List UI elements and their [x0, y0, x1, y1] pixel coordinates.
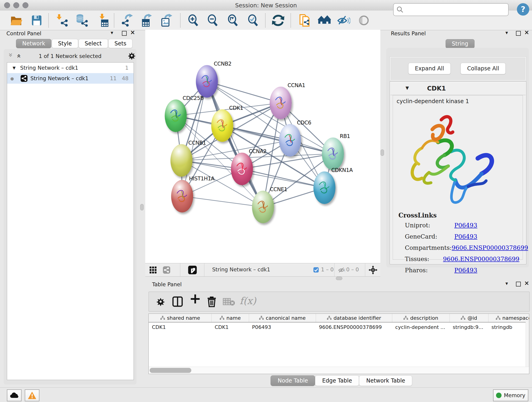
- column-header-database-identifier[interactable]: database identifier: [316, 314, 392, 322]
- gene-header-row[interactable]: ▼ CDK1: [390, 82, 526, 95]
- node-CCNA1[interactable]: [270, 87, 292, 119]
- tab-network[interactable]: Network: [16, 39, 51, 48]
- tab-network-table[interactable]: Network Table: [359, 375, 412, 386]
- expand-all-button[interactable]: Expand All: [408, 63, 451, 74]
- table-cell[interactable]: CDK1: [211, 323, 249, 331]
- help-button[interactable]: ?: [517, 3, 529, 16]
- zoom-selected-icon[interactable]: [246, 14, 260, 27]
- import-table-icon[interactable]: [96, 14, 109, 27]
- control-panel-maximize-icon[interactable]: [122, 31, 127, 36]
- column-header-name[interactable]: name: [211, 314, 249, 322]
- node-CDKN1A[interactable]: [313, 172, 336, 204]
- import-network-database-icon[interactable]: [75, 14, 89, 27]
- node-CCNB2[interactable]: [196, 65, 218, 98]
- tab-style[interactable]: Style: [52, 39, 78, 48]
- refresh-icon[interactable]: [272, 14, 285, 27]
- control-panel-tabs: NetworkStyleSelectSets: [16, 39, 133, 48]
- table-cell[interactable]: P06493: [249, 323, 316, 331]
- tab-sets[interactable]: Sets: [108, 39, 133, 48]
- node-CCNB1[interactable]: [171, 144, 192, 177]
- network-icon: [20, 75, 28, 82]
- node-CDC6[interactable]: [279, 124, 301, 157]
- search-input[interactable]: [393, 3, 509, 16]
- crosslink-link[interactable]: P06493: [454, 233, 477, 240]
- crosslink-link[interactable]: P06493: [454, 267, 477, 274]
- function-builder-icon[interactable]: f(x): [240, 295, 256, 306]
- birds-eye-view-icon[interactable]: [188, 265, 197, 274]
- tab-string[interactable]: String: [446, 39, 475, 48]
- table-panel-maximize-icon[interactable]: [516, 282, 521, 287]
- node-HIST1H1A[interactable]: [171, 180, 193, 212]
- node-CDK1[interactable]: [211, 109, 233, 142]
- scrollbar-thumb[interactable]: [150, 368, 191, 373]
- table-cell[interactable]: CDK1: [149, 323, 211, 331]
- crosslink-link[interactable]: P06493: [454, 222, 477, 229]
- network-list: ▼ String Network – cdk1 1 ● String Netwo…: [7, 62, 134, 380]
- memory-label: Memory: [504, 392, 525, 398]
- network-view-mode-icon[interactable]: [163, 266, 171, 274]
- left-splitter-grip[interactable]: [140, 204, 144, 211]
- table-cell[interactable]: 9606.ENSP00000378699: [316, 323, 392, 331]
- results-panel-maximize-icon[interactable]: [516, 31, 521, 36]
- open-session-icon[interactable]: [9, 14, 23, 27]
- node-table[interactable]: shared namenamecanonical namedatabase id…: [148, 313, 529, 374]
- results-panel-float-icon[interactable]: ▾: [505, 30, 508, 36]
- collapse-all-button[interactable]: Collapse All: [461, 63, 506, 74]
- table-panel-close-icon[interactable]: ×: [524, 280, 529, 287]
- results-panel-close-icon[interactable]: ×: [524, 29, 529, 36]
- grid-view-icon[interactable]: [149, 266, 157, 274]
- column-header-namespace[interactable]: namespace: [488, 314, 529, 322]
- table-cell[interactable]: stringdb:9...: [450, 323, 488, 331]
- export-table-icon[interactable]: [140, 14, 153, 27]
- right-splitter-grip[interactable]: [380, 149, 384, 156]
- network-collection-row[interactable]: ▼ String Network – cdk1 1: [7, 63, 133, 73]
- zoom-in-icon[interactable]: [186, 14, 200, 27]
- save-session-icon[interactable]: [30, 14, 43, 27]
- node-RB1[interactable]: [322, 138, 344, 170]
- node-CCNE1[interactable]: [252, 191, 274, 223]
- network-row[interactable]: ● String Network – cdk1 11 48: [7, 73, 133, 84]
- memory-button[interactable]: Memory: [493, 389, 528, 401]
- zoom-out-icon[interactable]: [206, 14, 219, 27]
- export-network-icon[interactable]: [121, 14, 134, 27]
- network-canvas[interactable]: CCNB2 CCNA1 CDC25B CDK1 CDC6: [145, 30, 380, 263]
- column-header-canonical-name[interactable]: canonical name: [249, 314, 316, 322]
- selected-checkbox-icon[interactable]: [313, 267, 319, 273]
- first-neighbors-icon[interactable]: [317, 14, 331, 27]
- node-CCNA2[interactable]: [231, 153, 253, 185]
- control-panel-float-icon[interactable]: ▾: [111, 30, 113, 36]
- gene-collapse-icon[interactable]: ▼: [405, 85, 409, 90]
- table-cell[interactable]: cyclin-dependent ...: [392, 323, 450, 331]
- show-all-icon[interactable]: [357, 14, 370, 27]
- table-cell[interactable]: stringdb: [488, 323, 529, 331]
- hide-selected-icon[interactable]: [337, 14, 350, 27]
- column-header-description[interactable]: description: [392, 314, 450, 322]
- import-network-icon[interactable]: [55, 14, 69, 27]
- export-image-icon[interactable]: [160, 14, 173, 27]
- tab-edge-table[interactable]: Edge Table: [315, 375, 359, 386]
- zoom-fit-icon[interactable]: [226, 14, 239, 27]
- crosslink-link[interactable]: 9606.ENSP00000378699: [443, 255, 519, 262]
- fit-selected-crosshair-icon[interactable]: [368, 265, 378, 275]
- duplicate-network-icon[interactable]: [298, 14, 311, 27]
- delete-column-trash-icon[interactable]: [207, 296, 217, 307]
- bottom-splitter-grip[interactable]: [336, 277, 342, 280]
- warnings-button[interactable]: [25, 389, 39, 401]
- tab-select[interactable]: Select: [79, 39, 108, 48]
- cloud-status-button[interactable]: [7, 389, 22, 401]
- column-header-shared-name[interactable]: shared name: [149, 314, 212, 322]
- show-columns-icon[interactable]: [172, 296, 183, 307]
- delete-table-icon[interactable]: [223, 298, 235, 306]
- table-vertical-scrollbar[interactable]: [526, 322, 529, 367]
- crosslink-link[interactable]: 9606.ENSP00000378699: [452, 244, 528, 251]
- table-horizontal-scrollbar[interactable]: [149, 367, 529, 374]
- table-panel-float-icon[interactable]: ▾: [505, 281, 508, 286]
- tab-node-table[interactable]: Node Table: [271, 375, 315, 386]
- column-header--id[interactable]: @id: [450, 314, 488, 322]
- add-column-icon[interactable]: +: [189, 290, 201, 307]
- table-settings-gear-icon[interactable]: [156, 297, 165, 306]
- network-options-gear-icon[interactable]: [127, 51, 136, 60]
- node-CDC25B[interactable]: [165, 99, 187, 132]
- collection-expand-icon[interactable]: ▼: [13, 65, 16, 70]
- control-panel-close-icon[interactable]: ×: [130, 29, 135, 36]
